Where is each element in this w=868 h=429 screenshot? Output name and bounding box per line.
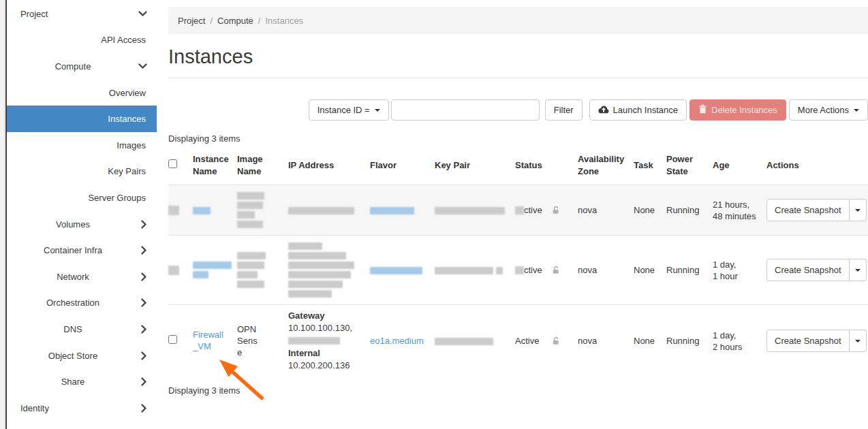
caret-down-icon [855,209,861,212]
launch-instance-button[interactable]: Launch Instance [589,99,687,121]
age-line2: 48 minutes [713,211,756,221]
sidebar-group-orchestration[interactable]: Orchestration [7,290,157,317]
task-cell: None [634,305,666,377]
col-header-actions: Actions [766,148,868,185]
redacted-image-name [237,281,264,288]
col-header-availability-zone[interactable]: Availability Zone [578,148,634,185]
redacted-status-prefix [515,266,524,274]
status-text: ctive [524,205,542,215]
more-actions-button[interactable]: More Actions [789,99,868,121]
sidebar-group-volumes[interactable]: Volumes [7,211,157,238]
delete-instances-button[interactable]: Delete Instances [689,99,786,121]
age-cell: 1 day,2 hours [713,305,766,377]
unlock-icon [551,205,571,215]
sidebar-item-instances[interactable]: Instances [7,106,157,132]
task-cell: None [634,236,666,305]
sidebar-group-container-infra[interactable]: Container Infra [7,237,157,264]
col-header-age[interactable]: Age [713,148,766,185]
create-snapshot-button[interactable]: Create Snapshot [766,259,850,281]
col-header-power-state[interactable]: Power State [666,148,713,185]
table-row: ctive nova None Running 21 hours,48 minu… [168,185,868,236]
sidebar-group-label: DNS [63,324,82,334]
sidebar-item-label: Instances [108,114,146,124]
filter-button[interactable]: Filter [545,99,583,121]
chevron-right-icon [141,377,147,386]
search-input[interactable] [391,99,540,121]
age-line1: 21 hours, [713,200,749,210]
row-select-checkbox[interactable] [168,335,177,344]
sidebar-item-images[interactable]: Images [7,132,157,159]
flavor-link[interactable]: eo1a.medium [370,336,424,346]
row-actions-dropdown-toggle[interactable] [850,199,867,221]
redacted-flavor [370,207,414,214]
age-line1: 1 day, [713,259,736,270]
power-state-cell: Running [666,305,713,377]
sidebar-group-dns[interactable]: DNS [7,316,157,343]
status-cell: Active [515,305,551,377]
ip-gateway-label: Gateway [288,310,363,322]
col-header-key-pair[interactable]: Key Pair [435,148,515,185]
sidebar-item-key-pairs[interactable]: Key Pairs [7,159,157,185]
chevron-right-icon [141,298,147,307]
redacted-key-pair [435,267,493,274]
breadcrumb-item-compute[interactable]: Compute [217,16,253,26]
col-header-flavor[interactable]: Flavor [370,148,435,185]
col-header-task[interactable]: Task [634,148,666,185]
breadcrumb-item-project[interactable]: Project [178,16,205,26]
row-actions: Create Snapshot [766,330,867,352]
age-line1: 1 day, [713,330,736,340]
age-line2: 2 hours [713,342,742,352]
ip-internal-label: Internal [288,347,363,360]
select-all-checkbox[interactable] [168,159,177,168]
sidebar-item-api-access[interactable]: API Access [7,27,157,54]
breadcrumb: Project / Compute / Instances [168,7,868,34]
sidebar-group-label: Share [61,377,85,387]
sidebar-item-label: Images [117,140,146,150]
col-header-image-name[interactable]: Image Name [237,148,288,185]
redacted-key-pair [435,338,493,345]
create-snapshot-button[interactable]: Create Snapshot [766,330,850,352]
sidebar-group-compute[interactable]: Compute [7,53,157,80]
sidebar-item-label: API Access [101,35,146,45]
launch-instance-label: Launch Instance [613,105,678,115]
redacted-ip-address [288,271,351,279]
availability-zone-cell: nova [578,185,634,236]
main-content: Project / Compute / Instances Instances … [157,0,868,429]
create-snapshot-button[interactable]: Create Snapshot [766,199,850,221]
redacted-ip-address [288,242,322,250]
sidebar-section-project[interactable]: Project [7,1,157,27]
instance-name-link[interactable]: Firewall_VM [193,341,227,351]
redacted-instance-name [193,207,211,214]
col-header-status[interactable]: Status [515,148,551,185]
ip-address-cell: Gateway 10.100.100.130, Internal 10.200.… [288,305,370,377]
redacted-ip-address [288,337,340,345]
chevron-down-icon [138,11,147,17]
status-cell: ctive [515,185,551,236]
caret-down-icon [375,109,380,112]
col-header-instance-name[interactable]: Instance Name [193,148,237,185]
filter-field-dropdown[interactable]: Instance ID = [309,99,389,121]
redacted-image-name [237,271,258,279]
redacted-image-name [237,252,266,259]
sidebar-group-share[interactable]: Share [7,368,157,395]
age-line2: 1 hour [713,271,738,281]
unlock-icon [551,265,571,275]
sidebar-item-overview[interactable]: Overview [7,80,157,106]
create-snapshot-label: Create Snapshot [775,335,841,347]
power-state-cell: Running [666,185,713,236]
status-cell: ctive [515,236,551,305]
sidebar-item-server-groups[interactable]: Server Groups [7,185,157,211]
breadcrumb-separator: / [210,16,213,26]
task-cell: None [634,185,666,236]
row-actions-dropdown-toggle[interactable] [850,259,867,281]
sidebar-group-object-store[interactable]: Object Store [7,343,157,369]
table-row: Firewall_VM OPNSense Gateway 10.100.100.… [168,305,868,377]
col-header-ip-address[interactable]: IP Address [288,148,370,185]
redacted-checkbox [168,206,179,215]
sidebar-group-network[interactable]: Network [7,264,157,290]
sidebar-item-label: Overview [109,88,146,98]
row-actions-dropdown-toggle[interactable] [850,330,867,352]
chevron-down-icon [138,63,147,69]
sidebar-section-identity[interactable]: Identity [7,395,157,422]
unlock-icon [551,336,571,346]
